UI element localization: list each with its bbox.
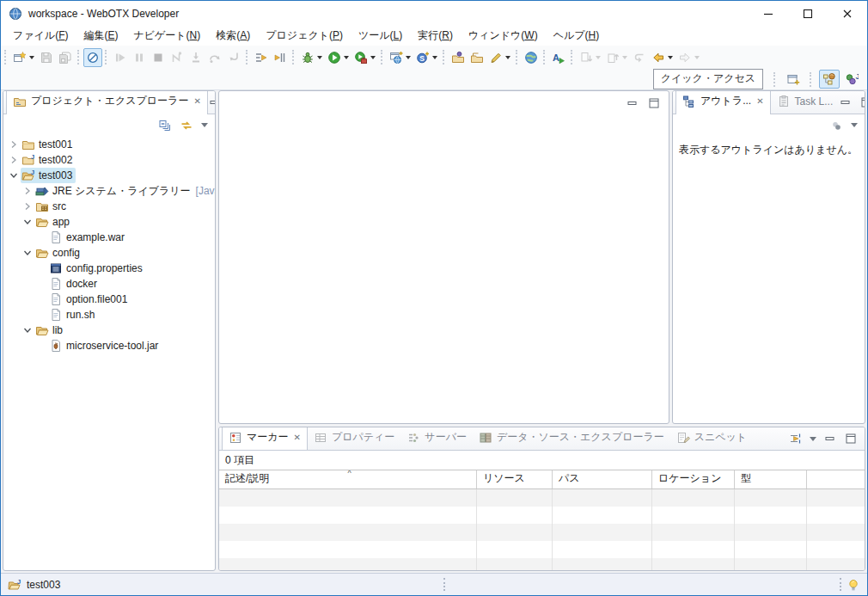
column-header-1[interactable]: リソース: [477, 470, 553, 488]
link-editor-button[interactable]: [180, 119, 193, 132]
dropdown-arrow-icon[interactable]: [596, 56, 601, 59]
minimize-view-button[interactable]: [208, 95, 216, 109]
dropdown-arrow-icon[interactable]: [370, 56, 376, 59]
maximize-window-button[interactable]: [788, 1, 828, 27]
run-to-line-button[interactable]: [271, 48, 290, 67]
tree-item[interactable]: lib: [3, 323, 215, 338]
profile-button[interactable]: [351, 48, 378, 67]
tree-item[interactable]: Jtest003: [3, 168, 215, 183]
tree-entry[interactable]: option.file001: [48, 292, 131, 307]
export-wizard-button[interactable]: [468, 48, 486, 67]
webotx-perspective-button[interactable]: [819, 70, 840, 89]
expander-collapsed-icon[interactable]: [21, 184, 34, 198]
view-menu-icon[interactable]: [851, 123, 858, 127]
maximize-view-button[interactable]: [859, 95, 865, 109]
expander-expanded-icon[interactable]: [7, 169, 21, 182]
import-wizard-button[interactable]: [449, 48, 468, 67]
tab-project-explorer[interactable]: プロジェクト・エクスプローラー ✕: [6, 90, 208, 114]
resume-button[interactable]: [111, 48, 130, 67]
close-icon[interactable]: ✕: [756, 96, 763, 106]
dropdown-arrow-icon[interactable]: [505, 56, 510, 59]
expander-collapsed-icon[interactable]: [7, 138, 21, 151]
tab-servers[interactable]: サーバー: [400, 427, 473, 450]
quick-access-box[interactable]: クイック・アクセス: [653, 69, 763, 89]
menu-navigate[interactable]: ナビゲート(N): [125, 27, 208, 46]
menu-file[interactable]: ファイル(F): [5, 27, 76, 46]
expander-expanded-icon[interactable]: [21, 215, 34, 229]
dropdown-arrow-icon[interactable]: [406, 56, 411, 59]
dropdown-arrow-icon[interactable]: [317, 56, 322, 59]
tree-item[interactable]: Jtest002: [3, 152, 215, 168]
run-button[interactable]: [325, 48, 351, 67]
tree-item[interactable]: config.properties: [3, 261, 215, 276]
column-header-3[interactable]: ロケーション: [652, 470, 735, 488]
column-header-2[interactable]: パス: [553, 470, 652, 488]
step-over-button[interactable]: [205, 48, 224, 67]
tree-item[interactable]: JRE システム・ライブラリー[JavaSE-11]: [3, 183, 215, 199]
tab-task-list[interactable]: Task L...: [771, 90, 840, 114]
tree-entry[interactable]: app: [34, 214, 73, 230]
tree-entry[interactable]: test001: [21, 137, 76, 152]
new-wizard-button[interactable]: [10, 48, 37, 67]
tree-entry[interactable]: microservice-tool.jar: [48, 338, 162, 353]
java-perspective-button[interactable]: J: [841, 70, 862, 89]
tree-item[interactable]: test001: [3, 137, 215, 152]
terminate-button[interactable]: [149, 48, 168, 67]
filter-sync-button[interactable]: [789, 432, 803, 445]
minimize-view-button[interactable]: [839, 95, 853, 109]
menu-tools[interactable]: ツール(L): [351, 27, 410, 46]
tree-entry[interactable]: config: [34, 245, 83, 261]
save-all-button[interactable]: [56, 48, 75, 67]
collapse-all-button[interactable]: [158, 119, 172, 132]
menu-run[interactable]: 実行(R): [410, 27, 461, 46]
maximize-view-button[interactable]: [844, 432, 858, 445]
previous-annotation-button[interactable]: [603, 48, 630, 67]
dropdown-arrow-icon[interactable]: [29, 56, 34, 59]
tree-entry[interactable]: Jtest002: [21, 152, 76, 168]
tree-entry[interactable]: config.properties: [48, 261, 146, 276]
dropdown-arrow-icon[interactable]: [344, 56, 349, 59]
tree-entry[interactable]: lib: [34, 323, 66, 338]
column-header-0[interactable]: 記述/説明^: [219, 470, 477, 488]
use-step-filters-button[interactable]: [252, 48, 271, 67]
back-button[interactable]: [649, 48, 675, 67]
external-tools-button[interactable]: A: [549, 48, 568, 67]
menu-project[interactable]: プロジェクト(P): [258, 27, 351, 46]
tree-item[interactable]: docker: [3, 276, 215, 292]
tab-snippets[interactable]: スニペット: [670, 427, 753, 450]
maximize-view-button[interactable]: [647, 96, 661, 110]
tree-entry[interactable]: src: [34, 199, 70, 214]
view-menu-icon[interactable]: [810, 437, 816, 441]
next-annotation-button[interactable]: [577, 48, 603, 67]
tree-item[interactable]: app: [3, 214, 215, 230]
tab-markers[interactable]: マーカー✕: [222, 427, 308, 450]
dropdown-arrow-icon[interactable]: [622, 56, 627, 59]
new-servlet-button[interactable]: S: [413, 48, 440, 67]
minimize-window-button[interactable]: [749, 1, 788, 27]
expander-expanded-icon[interactable]: [21, 246, 34, 260]
tree-entry[interactable]: example.war: [48, 230, 128, 245]
dropdown-arrow-icon[interactable]: [668, 56, 673, 59]
dropdown-arrow-icon[interactable]: [694, 56, 700, 59]
close-icon[interactable]: ✕: [294, 433, 301, 442]
tree-entry-selected[interactable]: Jtest003: [21, 168, 76, 183]
tab-outline[interactable]: アウトラ...✕: [675, 90, 771, 114]
tree-item[interactable]: config: [3, 245, 215, 261]
skip-all-breakpoints-button[interactable]: [83, 48, 102, 67]
expander-collapsed-icon[interactable]: [21, 200, 34, 213]
notification-button[interactable]: [847, 578, 860, 592]
save-button[interactable]: [37, 48, 56, 67]
highlight-pen-button[interactable]: [486, 48, 513, 67]
open-perspective-button[interactable]: [783, 70, 804, 89]
tab-properties[interactable]: プロパティー: [308, 427, 400, 450]
tree-item[interactable]: run.sh: [3, 307, 215, 323]
menu-window[interactable]: ウィンドウ(W): [461, 27, 546, 46]
tree-item[interactable]: src: [3, 199, 215, 214]
debug-button[interactable]: [298, 48, 325, 67]
expander-expanded-icon[interactable]: [21, 323, 34, 337]
tree-item[interactable]: option.file001: [3, 292, 215, 307]
suspend-button[interactable]: [130, 48, 149, 67]
last-edit-location-button[interactable]: [630, 48, 649, 67]
new-web-project-button[interactable]: [387, 48, 413, 67]
tree-entry[interactable]: docker: [48, 276, 101, 292]
